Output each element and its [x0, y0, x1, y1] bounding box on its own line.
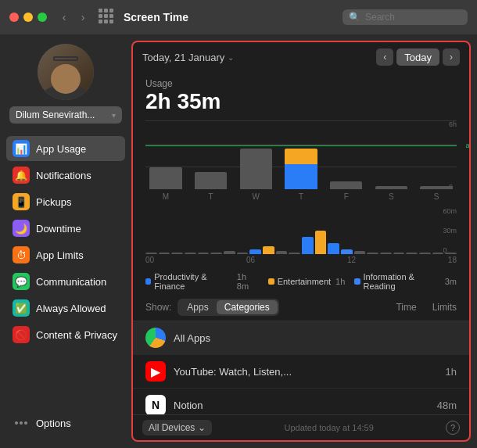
hourly-chart: 60m 30m 0 — [145, 207, 457, 254]
sidebar-item-pickups[interactable]: 📱 Pickups — [6, 189, 125, 214]
chart-bars — [145, 120, 457, 191]
app-name: Notion — [174, 400, 437, 411]
nav-buttons: ‹ › — [56, 9, 91, 25]
day-mon: M — [145, 192, 186, 201]
sidebar-item-always-allowed[interactable]: ✅ Always Allowed — [6, 296, 125, 321]
hour-00: 00 — [145, 256, 154, 264]
help-button[interactable]: ? — [446, 421, 460, 435]
legend: Productivity & Finance 1h 8m Entertainme… — [133, 269, 469, 294]
day-fri: F — [326, 192, 367, 201]
sidebar-item-communication[interactable]: 💬 Communication — [6, 269, 125, 294]
content-area: Today, 21 January ⌄ ‹ Today › Usage 2h 3… — [131, 34, 477, 448]
table-row[interactable]: All Apps — [133, 321, 469, 355]
app-icon-notion: N — [145, 395, 166, 414]
app-icon-youtube: ▶ — [145, 361, 166, 382]
hour-12: 12 — [347, 256, 356, 264]
nav-controls: ‹ Today › — [376, 48, 460, 66]
devices-label: All Devices — [149, 422, 195, 433]
maximize-button[interactable] — [38, 13, 47, 22]
sidebar-item-app-usage[interactable]: 📊 App Usage — [6, 136, 125, 161]
sidebar-item-content-privacy[interactable]: 🚫 Content & Privacy — [6, 322, 125, 347]
col-limits: Limits — [432, 302, 457, 313]
tab-apps[interactable]: Apps — [179, 300, 216, 314]
sidebar-item-downtime[interactable]: 🌙 Downtime — [6, 216, 125, 241]
sidebar-item-app-limits[interactable]: ⏱ App Limits — [6, 242, 125, 267]
sidebar-nav: 📊 App Usage 🔔 Notifications 📱 Pickups 🌙 … — [0, 136, 131, 404]
sidebar-item-label: App Usage — [36, 143, 86, 155]
notifications-icon: 🔔 — [13, 167, 30, 184]
app-list: All Apps ▶ YouTube: Watch, Listen,... 1h… — [133, 321, 469, 414]
tab-categories[interactable]: Categories — [217, 300, 278, 314]
app-usage-icon: 📊 — [13, 140, 30, 157]
legend-dot-entertainment — [268, 278, 274, 285]
minimize-button[interactable] — [23, 13, 33, 22]
prev-button[interactable]: ‹ — [376, 48, 393, 66]
content-privacy-icon: 🚫 — [13, 326, 30, 343]
day-sun: S — [416, 192, 457, 201]
date-display: Today, 21 January — [142, 52, 224, 63]
table-row[interactable]: N Notion 48m — [133, 389, 469, 414]
user-name-label: Dilum Senevirath... — [16, 109, 95, 120]
sidebar-item-label: Notifications — [36, 170, 91, 181]
sidebar-item-label: Downtime — [36, 223, 81, 235]
chart-area: avg 6h 0 — [145, 120, 457, 191]
sidebar-item-label: Content & Privacy — [36, 329, 117, 341]
sidebar-item-label: Pickups — [36, 196, 72, 208]
updated-text: Updated today at 14:59 — [284, 423, 373, 432]
legend-dot-reading — [354, 278, 360, 285]
hourly-axis: 60m 30m 0 — [443, 207, 457, 254]
legend-label-entertainment: Entertainment — [278, 277, 331, 286]
back-button[interactable]: ‹ — [56, 9, 72, 25]
content-footer: All Devices ⌄ Updated today at 14:59 ? — [133, 414, 469, 440]
downtime-icon: 🌙 — [13, 220, 30, 237]
column-labels: Time Limits — [285, 302, 457, 313]
hour-06: 06 — [246, 256, 255, 264]
close-button[interactable] — [9, 13, 19, 22]
avg-label: avg — [465, 142, 471, 149]
app-time: 1h — [446, 366, 457, 378]
search-input[interactable] — [365, 12, 461, 23]
legend-productivity: Productivity & Finance 1h 8m — [145, 272, 259, 291]
all-apps-icon — [145, 328, 166, 348]
sidebar-item-label: App Limits — [36, 249, 84, 261]
search-bar[interactable]: 🔍 — [343, 9, 468, 25]
communication-icon: 💬 — [13, 273, 30, 290]
legend-time-entertainment: 1h — [335, 277, 345, 286]
usage-time: 2h 35m — [145, 89, 457, 114]
day-sat: S — [371, 192, 412, 201]
legend-label-productivity: Productivity & Finance — [154, 272, 232, 291]
hourly-labels: 00 06 12 18 — [145, 254, 457, 266]
show-bar: Show: Apps Categories Time Limits — [133, 294, 469, 321]
main-layout: Dilum Senevirath... ▾ 📊 App Usage 🔔 Noti… — [0, 34, 477, 448]
usage-label: Usage — [145, 78, 457, 89]
content-header: Today, 21 January ⌄ ‹ Today › — [133, 42, 469, 72]
legend-time-productivity: 1h 8m — [237, 272, 259, 291]
usage-section: Usage 2h 35m — [133, 72, 469, 117]
date-selector[interactable]: Today, 21 January ⌄ — [142, 52, 234, 63]
user-section: Dilum Senevirath... ▾ — [0, 44, 131, 136]
table-row[interactable]: ▶ YouTube: Watch, Listen,... 1h — [133, 355, 469, 389]
show-label: Show: — [145, 302, 171, 313]
chevron-down-icon: ▾ — [112, 111, 116, 120]
devices-chevron-icon: ⌄ — [198, 422, 206, 433]
traffic-lights — [9, 13, 47, 22]
sidebar-item-notifications[interactable]: 🔔 Notifications — [6, 163, 125, 188]
sidebar-item-options[interactable]: Options — [6, 410, 125, 435]
today-button[interactable]: Today — [396, 48, 439, 66]
pickups-icon: 📱 — [13, 193, 30, 210]
app-name: YouTube: Watch, Listen,... — [174, 366, 446, 378]
always-allowed-icon: ✅ — [13, 299, 30, 317]
next-button[interactable]: › — [443, 48, 460, 66]
legend-time-reading: 3m — [445, 277, 457, 286]
search-icon: 🔍 — [349, 12, 360, 23]
avatar — [38, 44, 94, 100]
help-icon: ? — [450, 423, 455, 432]
devices-selector[interactable]: All Devices ⌄ — [142, 420, 212, 435]
app-time: 48m — [437, 400, 457, 411]
user-name-button[interactable]: Dilum Senevirath... ▾ — [9, 106, 122, 124]
legend-reading: Information & Reading 3m — [354, 272, 457, 291]
forward-button[interactable]: › — [75, 9, 91, 25]
day-tue: T — [191, 192, 231, 201]
sidebar-item-label: Always Allowed — [36, 303, 106, 314]
day-thu: T — [281, 192, 321, 201]
